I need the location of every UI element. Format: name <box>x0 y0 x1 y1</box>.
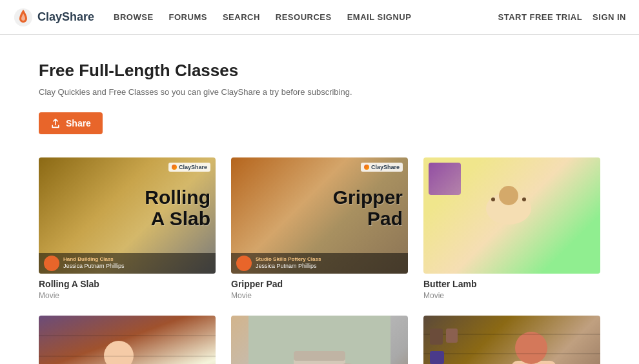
header-actions: START FREE TRIAL SIGN IN <box>498 12 626 22</box>
share-button[interactable]: Share <box>39 112 103 134</box>
video-type: Movie <box>231 291 408 300</box>
video-title: Butter Lamb <box>423 279 600 289</box>
video-card-studio-2[interactable]: 🔒 <box>423 316 600 364</box>
video-card-butter-lamb[interactable]: 🔒 Butter Lamb Movie <box>423 157 600 300</box>
cs-badge-dot <box>364 165 369 170</box>
nav-search[interactable]: SEARCH <box>223 12 260 22</box>
share-icon <box>50 118 61 128</box>
thumbnail-studio-1: 🔒 <box>39 316 216 364</box>
video-type: Movie <box>423 291 600 300</box>
thumb-overlay-text: Rolling A Slab <box>145 187 210 229</box>
nav-forums[interactable]: FORUMS <box>169 12 207 22</box>
video-type: Movie <box>39 291 216 300</box>
logo-text: ClayShare <box>37 10 94 24</box>
main-nav: BROWSE FORUMS SEARCH RESOURCES EMAIL SIG… <box>114 12 498 22</box>
instructor-bar: Hand Building Class Jessica Putnam Phill… <box>39 253 216 274</box>
header: ClayShare BROWSE FORUMS SEARCH RESOURCES… <box>0 0 639 35</box>
clayshare-badge: ClayShare <box>361 163 403 172</box>
svg-rect-4 <box>294 351 345 361</box>
page-subtitle: Clay Quickies and Free Classes so you ca… <box>39 87 600 97</box>
logo[interactable]: ClayShare <box>13 7 94 28</box>
thumbnail-mug: 🔒 <box>231 316 408 364</box>
instructor-info: Hand Building Class Jessica Putnam Phill… <box>63 256 125 270</box>
clayshare-badge: ClayShare <box>168 163 210 172</box>
nav-resources[interactable]: RESOURCES <box>276 12 332 22</box>
sign-in-link[interactable]: SIGN IN <box>593 12 626 22</box>
video-card-mug[interactable]: 🔒 <box>231 316 408 364</box>
cs-badge-dot <box>172 165 177 170</box>
nav-email-signup[interactable]: EMAIL SIGNUP <box>347 12 412 22</box>
thumbnail-studio-2: 🔒 <box>423 316 600 364</box>
instructor-bar: Studio Skills Pottery Class Jessica Putn… <box>231 253 408 274</box>
video-card-rolling-a-slab[interactable]: ClayShare Rolling A Slab Hand Building C… <box>39 157 216 300</box>
instructor-avatar <box>44 256 59 271</box>
page-title: Free Full-Length Classes <box>39 61 600 81</box>
instructor-info: Studio Skills Pottery Class Jessica Putn… <box>256 256 321 270</box>
thumb-overlay-text: Gripper Pad <box>333 187 403 229</box>
thumbnail-rolling-a-slab: ClayShare Rolling A Slab Hand Building C… <box>39 157 216 274</box>
thumbnail-gripper-pad: ClayShare Gripper Pad Studio Skills Pott… <box>231 157 408 274</box>
share-button-label: Share <box>66 118 91 128</box>
main-content: Free Full-Length Classes Clay Quickies a… <box>0 35 639 364</box>
video-card-gripper-pad[interactable]: ClayShare Gripper Pad Studio Skills Pott… <box>231 157 408 300</box>
video-title: Rolling A Slab <box>39 279 216 289</box>
instructor-avatar <box>236 256 252 271</box>
thumbnail-butter-lamb: 🔒 <box>423 157 600 274</box>
start-free-trial-link[interactable]: START FREE TRIAL <box>498 12 583 22</box>
video-title: Gripper Pad <box>231 279 408 289</box>
nav-browse[interactable]: BROWSE <box>114 12 154 22</box>
video-grid: ClayShare Rolling A Slab Hand Building C… <box>39 157 600 364</box>
video-card-studio-1[interactable]: 🔒 <box>39 316 216 364</box>
